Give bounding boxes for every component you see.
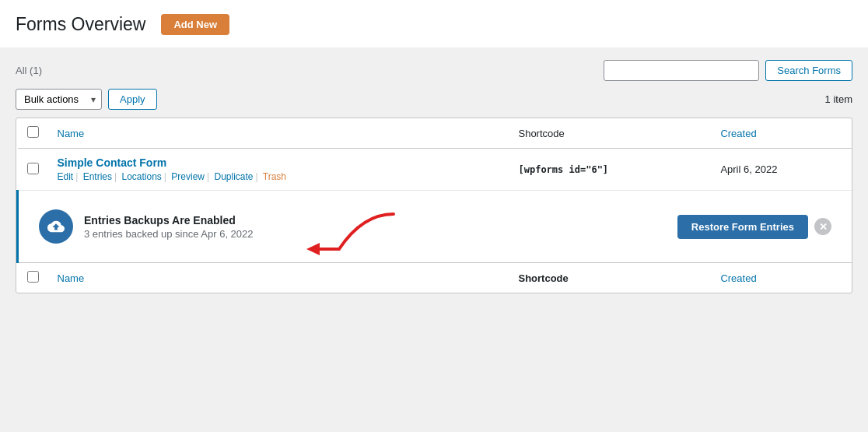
created-cell: April 6, 2022 [711, 149, 852, 191]
backup-banner-cell: Entries Backups Are Enabled 3 entries ba… [18, 191, 852, 263]
bulk-actions-select[interactable]: Bulk actions [16, 89, 102, 110]
row-checkbox[interactable] [27, 163, 39, 174]
close-icon: ✕ [819, 222, 828, 232]
all-count-label: All (1) [16, 65, 42, 76]
footer-select-all-checkbox[interactable] [27, 271, 39, 283]
name-column-header: Name [48, 118, 509, 149]
backup-banner-row: Entries Backups Are Enabled 3 entries ba… [18, 191, 852, 263]
backup-title: Entries Backups Are Enabled [84, 214, 667, 227]
close-backup-banner-button[interactable]: ✕ [814, 218, 831, 235]
backup-description: 3 entries backed up since Apr 6, 2022 [84, 228, 667, 240]
restore-form-entries-button[interactable]: Restore Form Entries [677, 215, 808, 239]
shortcode-cell: [wpforms id="6"] [509, 149, 711, 191]
select-all-checkbox[interactable] [27, 126, 39, 138]
search-input[interactable] [604, 60, 759, 81]
footer-checkbox-cell[interactable] [18, 263, 48, 293]
forms-table: Name Shortcode Created [16, 118, 852, 293]
edit-link[interactable]: Edit [58, 171, 74, 182]
locations-link[interactable]: Locations [121, 171, 161, 182]
page-title: Forms Overview [16, 14, 145, 35]
backup-info: Entries Backups Are Enabled 3 entries ba… [84, 214, 667, 240]
duplicate-link[interactable]: Duplicate [214, 171, 253, 182]
trash-link[interactable]: Trash [263, 171, 286, 182]
footer-created-header: Created [711, 263, 852, 293]
created-column-header: Created [711, 118, 852, 149]
select-all-header[interactable] [18, 118, 48, 149]
backup-icon-circle [39, 209, 73, 244]
form-actions: Edit| Entries| Locations| Preview| Dupli… [58, 171, 500, 182]
footer-shortcode-header: Shortcode [509, 263, 711, 293]
search-forms-button[interactable]: Search Forms [765, 60, 852, 81]
preview-link[interactable]: Preview [171, 171, 205, 182]
upload-cloud-icon [47, 218, 65, 235]
shortcode-column-header: Shortcode [509, 118, 711, 149]
apply-button[interactable]: Apply [108, 89, 157, 110]
svg-marker-0 [306, 243, 320, 255]
form-name-cell: Simple Contact Form Edit| Entries| Locat… [48, 149, 509, 191]
add-new-button[interactable]: Add New [161, 14, 229, 35]
row-checkbox-cell[interactable] [18, 149, 48, 191]
table-row: Simple Contact Form Edit| Entries| Locat… [18, 149, 852, 191]
bulk-actions-wrapper[interactable]: Bulk actions [16, 89, 102, 110]
table-footer-row: Name Shortcode Created [18, 263, 852, 293]
form-name-link[interactable]: Simple Contact Form [58, 156, 167, 169]
item-count: 1 item [825, 93, 852, 105]
entries-link[interactable]: Entries [83, 171, 112, 182]
footer-name-header: Name [48, 263, 509, 293]
backup-actions: Restore Form Entries ✕ [677, 215, 831, 239]
